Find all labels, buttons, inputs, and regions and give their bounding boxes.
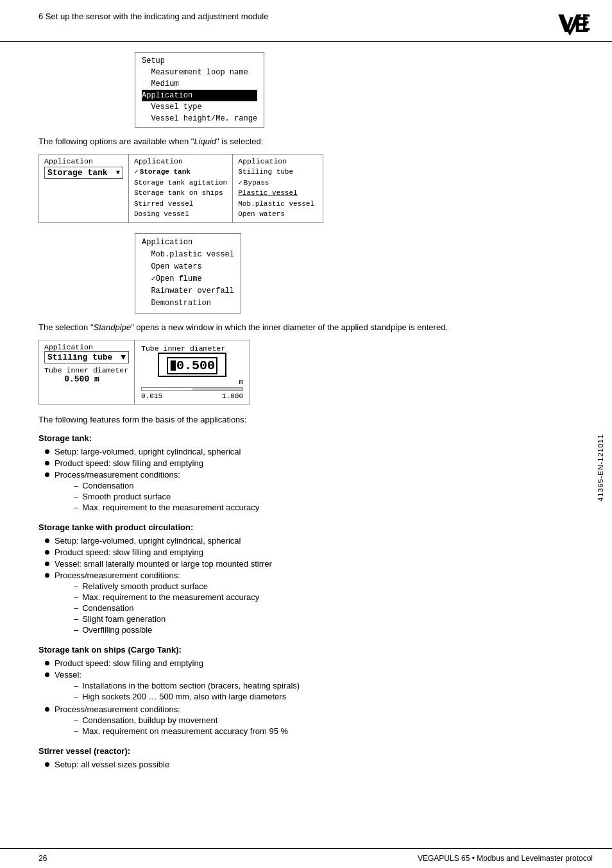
app-item-open-waters-1[interactable]: Open waters — [238, 209, 318, 220]
bullet-dot — [45, 672, 49, 677]
menu-item-vessel-type: Vessel type — [142, 101, 257, 113]
list-item: Setup: all vessel sizes possible — [45, 760, 574, 769]
content-area: Setup Measurement loop name Medium Appli… — [0, 52, 612, 812]
svg-text:VEGA: VEGA — [559, 13, 590, 36]
list-item-text: Setup: large-volumed, upright cylindrica… — [55, 536, 241, 546]
list-item: Product speed: slow filling and emptying — [45, 547, 574, 557]
sub-list: Installations in the bottom section (bra… — [74, 681, 300, 701]
list-item-text: Process/measurement conditions: — [55, 705, 180, 714]
explain-suffix: " is selected: — [216, 137, 263, 146]
header-title: 6 Set up the sensor with the indicating … — [38, 12, 268, 21]
sub-list-item: Overfilling possible — [74, 625, 259, 635]
range-bar — [141, 387, 243, 391]
standpipe-italic: Standpipe — [94, 322, 132, 332]
sub-list-item: High sockets 200 … 500 mm, also with lar… — [74, 692, 300, 701]
page-header: 6 Set up the sensor with the indicating … — [0, 0, 612, 42]
list-item-with-sub: Process/measurement conditions: Condensa… — [55, 470, 259, 513]
list-item-text: Process/measurement conditions: — [55, 571, 180, 580]
menu2-rainwater: Rainwater overfall — [142, 285, 234, 297]
menu-item-medium: Medium — [142, 78, 257, 90]
sub-list-item: Slight foam generation — [74, 614, 259, 624]
setup-menu: Setup Measurement loop name Medium Appli… — [135, 52, 264, 128]
dropdown-arrow-1: ▼ — [116, 169, 120, 176]
app-dropdown-1[interactable]: Storage tank ▼ — [44, 167, 123, 179]
app-box-2: Application Storage tank Storage tank ag… — [129, 154, 233, 222]
standpipe-text: The selection "Standpipe" opens a new wi… — [38, 322, 574, 332]
app-item-mob-plastic[interactable]: Mob.plastic vessel — [238, 199, 318, 210]
list-item-text: Product speed: slow filling and emptying — [55, 458, 203, 468]
app-item-dosing-vessel[interactable]: Dosing vessel — [134, 209, 227, 220]
app-boxes-row: Application Storage tank ▼ Application S… — [38, 154, 323, 223]
list-item: Vessel: Installations in the bottom sect… — [45, 670, 574, 703]
sub-list-item: Condensation, buildup by movement — [74, 715, 288, 725]
vega-logo: VEGA — [558, 12, 593, 36]
range-min: 0.015 — [141, 392, 162, 400]
menu2-open-flume: ✓Open flume — [142, 273, 234, 285]
app-item-stirred-vessel[interactable]: Stirred vessel — [134, 199, 227, 210]
standpipe-suffix: " opens a new window in which the inner … — [131, 322, 448, 332]
standpipe-dropdown-value: Stilling tube — [47, 353, 112, 362]
app-box-1: Application Storage tank ▼ — [39, 154, 129, 222]
list-item-with-sub: Vessel: Installations in the bottom sect… — [55, 670, 300, 703]
standpipe-dropdown[interactable]: Stilling tube ▼ — [44, 351, 129, 363]
section-stirrer-vessel-header: Stirrer vessel (reactor): — [38, 746, 574, 756]
menu-item-measurement: Measurement loop name — [142, 67, 257, 78]
app-box-3-title: Application — [238, 157, 318, 165]
standpipe-left-title: Application — [44, 343, 129, 351]
list-item: Process/measurement conditions: Relative… — [45, 571, 574, 636]
sub-list: Condensation, buildup by movement Max. r… — [74, 715, 288, 736]
app-item-bypass[interactable]: Bypass — [238, 178, 318, 188]
sub-list-item: Condensation — [74, 481, 259, 490]
vega-logo-icon: VEGA — [558, 12, 590, 36]
app-box-1-title: Application — [44, 157, 123, 165]
section-storage-circulation-header: Storage tanke with product circulation: — [38, 522, 574, 532]
menu2-mob-plastic: Mob.plastic vessel — [142, 249, 234, 261]
setup-menu-2: Application Mob.plastic vessel Open wate… — [135, 233, 241, 313]
standpipe-boxes: Application Stilling tube ▼ Tube inner d… — [38, 340, 250, 405]
storage-circulation-list: Setup: large-volumed, upright cylindrica… — [45, 536, 574, 636]
bullet-dot — [45, 472, 49, 477]
app-item-storage-tank[interactable]: Storage tank — [134, 167, 227, 178]
list-item: Product speed: slow filling and emptying — [45, 458, 574, 468]
app-item-stilling-tube[interactable]: Stilling tube — [238, 167, 318, 178]
app-item-storage-agitation[interactable]: Storage tank agitation — [134, 178, 227, 188]
sub-list: Condensation Smooth product surface Max.… — [74, 481, 259, 512]
app-item-storage-ships[interactable]: Storage tank on ships — [134, 188, 227, 199]
sub-list-item: Installations in the bottom section (bra… — [74, 681, 300, 690]
bullet-dot — [45, 461, 49, 465]
storage-tank-list: Setup: large-volumed, upright cylindrica… — [45, 447, 574, 513]
list-item-text: Vessel: small laterally mounted or large… — [55, 559, 272, 569]
bullet-dot — [45, 707, 49, 712]
standpipe-prefix: The selection " — [38, 322, 94, 332]
standpipe-left-box: Application Stilling tube ▼ Tube inner d… — [38, 340, 135, 405]
range-max: 1.000 — [222, 392, 243, 400]
side-label: 41365-EN-121011 — [597, 434, 604, 501]
list-item-text: Setup: all vessel sizes possible — [55, 760, 169, 769]
app-item-plastic-vessel[interactable]: Plastic vessel — [238, 188, 318, 199]
app-box-2-title: Application — [134, 157, 227, 165]
list-item: Setup: large-volumed, upright cylindrica… — [45, 447, 574, 456]
bullet-dot — [45, 762, 49, 767]
list-item: Vessel: small laterally mounted or large… — [45, 559, 574, 569]
bullet-dot — [45, 449, 49, 454]
list-item: Process/measurement conditions: Condensa… — [45, 470, 574, 513]
list-item: Setup: large-volumed, upright cylindrica… — [45, 536, 574, 546]
sub-list: Relatively smooth product surface Max. r… — [74, 581, 259, 635]
menu2-demonstration: Demonstration — [142, 297, 234, 310]
page-container: 6 Set up the sensor with the indicating … — [0, 0, 612, 868]
product-text: VEGAPULS 65 • Modbus and Levelmaster pro… — [418, 854, 593, 863]
standpipe-right-box: Tube inner diameter ▮0.500 m 0.015 1.000 — [135, 340, 250, 405]
menu2-application: Application — [142, 237, 234, 249]
list-item-text: Product speed: slow filling and emptying — [55, 658, 203, 668]
standpipe-right-title: Tube inner diameter — [141, 344, 225, 353]
standpipe-dropdown-arrow: ▼ — [121, 353, 126, 362]
page-footer: 26 VEGAPULS 65 • Modbus and Levelmaster … — [0, 848, 612, 868]
app-dropdown-1-value: Storage tank — [47, 168, 108, 178]
list-item-text: Setup: large-volumed, upright cylindrica… — [55, 447, 241, 456]
sub-list-item: Max. requirement on measurement accuracy… — [74, 726, 288, 736]
list-item-text: Vessel: — [55, 670, 81, 680]
menu-item-vessel-height: Vessel height/Me. range — [142, 113, 257, 124]
explain-prefix: The following options are available when… — [38, 137, 194, 146]
menu-item-setup: Setup — [142, 55, 257, 67]
menu2-open-waters: Open waters — [142, 261, 234, 273]
